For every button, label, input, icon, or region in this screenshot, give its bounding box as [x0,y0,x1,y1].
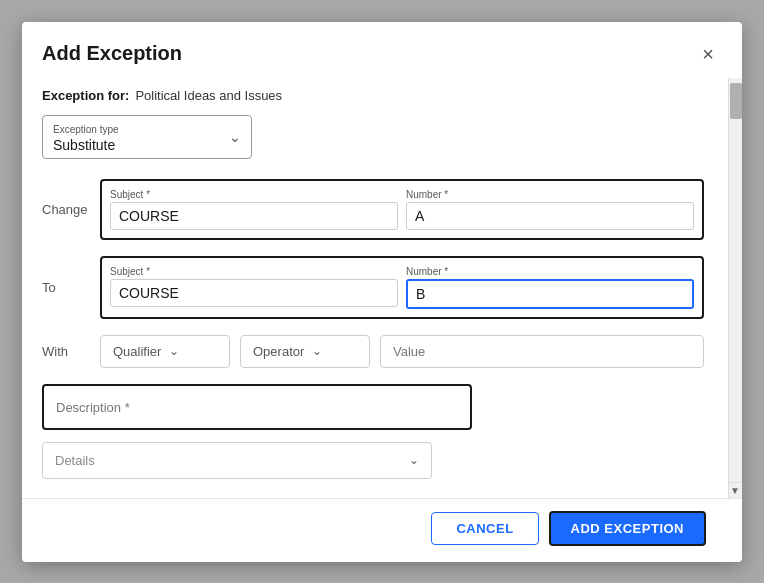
chevron-down-icon: ⌄ [229,129,241,145]
to-number-label: Number * [406,266,694,277]
exception-type-dropdown[interactable]: Exception type Substitute ⌄ [42,115,252,159]
to-number-wrapper: Number * [406,266,694,309]
change-number-input[interactable] [406,202,694,230]
close-button[interactable]: × [694,40,722,68]
cancel-button[interactable]: CANCEL [431,512,538,545]
with-row: With Qualifier ⌄ Operator ⌄ [42,335,704,368]
to-label: To [42,280,90,295]
details-chevron-icon: ⌄ [409,453,419,467]
scrollbar-thumb[interactable] [730,83,742,119]
exception-type-label: Exception type [53,124,215,136]
modal-outer-wrapper: Exception for: Political Ideas and Issue… [22,78,742,498]
operator-label: Operator [253,344,304,359]
description-box [42,384,472,430]
exception-for-row: Exception for: Political Ideas and Issue… [42,78,704,115]
to-subject-input[interactable] [110,279,398,307]
description-input[interactable] [56,400,458,415]
with-label: With [42,344,90,359]
to-number-input[interactable] [406,279,694,309]
operator-chevron-icon: ⌄ [312,344,322,358]
to-row: To Subject * Number * [42,256,704,319]
add-exception-button[interactable]: ADD EXCEPTION [549,511,706,546]
modal-content-area: Exception for: Political Ideas and Issue… [22,78,728,498]
qualifier-label: Qualifier [113,344,161,359]
right-scrollbar[interactable]: ▲ ▼ [728,78,742,498]
add-exception-modal: Add Exception × Exception for: Political… [22,22,742,562]
modal-header: Add Exception × [22,22,742,78]
to-fields-group: Subject * Number * [100,256,704,319]
to-subject-wrapper: Subject * [110,266,398,309]
to-subject-label: Subject * [110,266,398,277]
value-input[interactable] [380,335,704,368]
change-row: Change Subject * Number * [42,179,704,240]
modal-footer: CANCEL ADD EXCEPTION [22,498,742,562]
change-label: Change [42,202,90,217]
description-row [42,384,704,430]
operator-dropdown[interactable]: Operator ⌄ [240,335,370,368]
exception-for-value: Political Ideas and Issues [135,88,282,103]
change-subject-wrapper: Subject * [110,189,398,230]
exception-type-value: Substitute [53,137,115,153]
change-subject-input[interactable] [110,202,398,230]
change-subject-label: Subject * [110,189,398,200]
details-row: Details ⌄ [42,442,704,479]
details-dropdown[interactable]: Details ⌄ [42,442,432,479]
details-label: Details [55,453,95,468]
change-fields-group: Subject * Number * [100,179,704,240]
modal-title: Add Exception [42,42,182,65]
qualifier-dropdown[interactable]: Qualifier ⌄ [100,335,230,368]
exception-type-select: Exception type Substitute ⌄ [42,115,252,159]
exception-for-label: Exception for: [42,88,129,103]
change-number-label: Number * [406,189,694,200]
qualifier-chevron-icon: ⌄ [169,344,179,358]
change-number-wrapper: Number * [406,189,694,230]
scrollbar-down-icon[interactable]: ▼ [729,482,741,498]
